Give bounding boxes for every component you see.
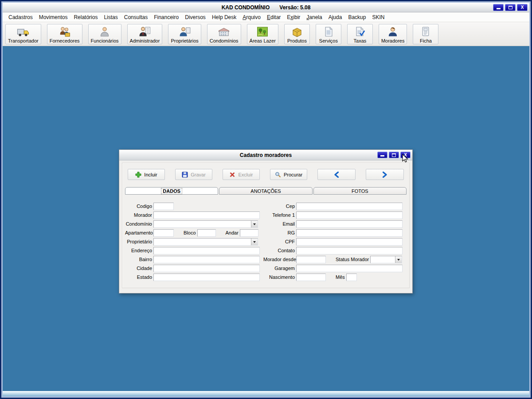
menu-item-movimentos[interactable]: Movimentos xyxy=(36,14,71,20)
toolbar-button-label: Administrador xyxy=(130,38,160,43)
toolbar-button-moradores[interactable]: Moradores xyxy=(379,24,407,44)
bairro-input[interactable] xyxy=(153,256,260,263)
field-label-codigo: Codigo xyxy=(125,203,153,209)
telefone-1-input[interactable] xyxy=(296,211,403,219)
apartamento-input[interactable] xyxy=(153,229,174,237)
menu-item-arquivo[interactable]: Arquivo xyxy=(239,14,264,20)
dialog-body: IncluirGravarExcluirProcurar DADOSANOTAÇ… xyxy=(119,160,412,291)
toolbar-button-condominios[interactable]: Condomínios xyxy=(207,24,241,44)
tab-anotacoes[interactable]: ANOTAÇÕES xyxy=(219,187,312,195)
next-record-button[interactable] xyxy=(366,169,404,180)
cep-input[interactable] xyxy=(296,203,403,210)
toolbar-button-label: Proprietários xyxy=(171,38,198,43)
incluir-button[interactable]: Incluir xyxy=(128,169,165,180)
menu-item-financeiro[interactable]: Financeiro xyxy=(151,14,182,20)
document-icon xyxy=(322,26,335,38)
search-icon xyxy=(275,172,281,178)
toolbar-button-funcionarios[interactable]: Funcionários xyxy=(88,24,121,44)
dropdown-arrow-icon[interactable] xyxy=(251,239,258,245)
toolbar-button-proprietarios[interactable]: Proprietários xyxy=(168,24,201,44)
document-check-icon xyxy=(353,26,367,38)
email-input[interactable] xyxy=(296,220,403,228)
client-area: Cadastro moradores X IncluirGravarExclui… xyxy=(3,46,529,391)
window-close-button[interactable]: X xyxy=(517,4,528,11)
field-label-proprietario: Proprietário xyxy=(125,239,153,244)
condominio-select[interactable] xyxy=(153,220,258,228)
menu-item-diversos[interactable]: Diversos xyxy=(182,14,209,20)
status-morador-select[interactable] xyxy=(370,256,402,263)
garagem-input[interactable] xyxy=(296,265,403,272)
menu-item-cadastros[interactable]: Cadastros xyxy=(5,14,36,20)
arrow-right-icon xyxy=(382,172,387,178)
save-icon xyxy=(182,172,188,178)
morador-input[interactable] xyxy=(153,211,260,219)
dialog-minimize-button[interactable] xyxy=(377,152,387,158)
menu-item-relatorios[interactable]: Relatórios xyxy=(70,14,101,20)
dropdown-arrow-icon[interactable] xyxy=(395,256,402,263)
form-row: Morador xyxy=(125,211,262,219)
toolbar-button-areas-lazer[interactable]: Áreas Lazer xyxy=(247,24,278,44)
toolbar-button-produtos[interactable]: Produtos xyxy=(284,24,310,44)
rg-input[interactable] xyxy=(296,229,403,237)
toolbar-button-label: Moradores xyxy=(381,38,405,43)
codigo-input[interactable] xyxy=(153,203,174,210)
employee-icon xyxy=(98,26,111,38)
toolbar-button-servicos[interactable]: Serviços xyxy=(316,24,341,44)
estado-input[interactable] xyxy=(153,274,260,281)
form-row: RG xyxy=(263,228,407,237)
menu-item-help-desk[interactable]: Help Desk xyxy=(209,14,239,20)
menu-item-ajuda[interactable]: Ajuda xyxy=(325,14,345,20)
menu-item-exibir[interactable]: Exibir xyxy=(284,14,303,20)
dropdown-arrow-icon[interactable] xyxy=(251,221,258,227)
contato-input[interactable] xyxy=(296,247,403,254)
dialog-cadastro-moradores: Cadastro moradores X IncluirGravarExclui… xyxy=(119,149,413,293)
nascimento-input[interactable] xyxy=(296,274,326,281)
field-label-cidade: Cidade xyxy=(125,266,153,271)
cidade-input[interactable] xyxy=(153,265,260,272)
menu-item-editar[interactable]: Editar xyxy=(264,14,284,20)
form-row: Morador desdeStatus Morador xyxy=(263,255,407,264)
toolbar-button-label: Produtos xyxy=(287,38,307,43)
previous-record-button[interactable] xyxy=(317,169,356,180)
form-row: Cep xyxy=(263,202,407,211)
tab-fotos[interactable]: FOTOS xyxy=(313,187,407,195)
toolbar-button-label: Condomínios xyxy=(210,38,239,43)
field-label-condominio: Condomínio xyxy=(125,221,153,227)
toolbar-button-administrador[interactable]: Administrador xyxy=(127,24,163,44)
field-label-morador-desde: Morador desde xyxy=(263,257,296,262)
toolbar-button-transportador[interactable]: Transportador xyxy=(5,24,41,44)
dialog-maximize-button[interactable] xyxy=(389,152,399,158)
mes-input[interactable] xyxy=(346,274,357,281)
morador-desde-input[interactable] xyxy=(296,256,326,263)
field-label-cpf: CPF xyxy=(263,239,296,244)
dialog-action-row: IncluirGravarExcluirProcurar xyxy=(128,169,404,180)
menu-item-consultas[interactable]: Consultas xyxy=(121,14,151,20)
minimize-icon xyxy=(380,155,384,156)
cpf-input[interactable] xyxy=(296,238,403,246)
excluir-button[interactable]: Excluir xyxy=(223,169,260,180)
menu-item-backup[interactable]: Backup xyxy=(345,14,369,20)
andar-input[interactable] xyxy=(240,229,258,237)
form-row: Proprietário xyxy=(125,237,262,246)
maximize-icon xyxy=(509,6,512,9)
dialog-panel: IncluirGravarExcluirProcurar DADOSANOTAÇ… xyxy=(122,163,410,288)
window-maximize-button[interactable] xyxy=(505,4,516,11)
window-minimize-button[interactable] xyxy=(493,4,504,11)
tab-dados[interactable]: DADOS xyxy=(125,187,218,195)
toolbar-button-ficha[interactable]: Ficha xyxy=(413,24,438,44)
window-controls: X xyxy=(493,4,528,11)
toolbar-button-taxas[interactable]: Taxas xyxy=(347,24,373,44)
menu-item-listas[interactable]: Listas xyxy=(101,14,121,20)
gravar-button[interactable]: Gravar xyxy=(175,169,212,180)
form-row: Estado xyxy=(125,273,262,282)
toolbar: TransportadorFornecedoresFuncionáriosAdm… xyxy=(3,22,529,46)
procurar-button[interactable]: Procurar xyxy=(270,169,307,180)
endereco-input[interactable] xyxy=(153,247,260,254)
menu-item-skin[interactable]: SKIN xyxy=(369,14,387,20)
menu-item-janela[interactable]: Janela xyxy=(303,14,325,20)
field-label-andar: Andar xyxy=(226,230,240,235)
proprietario-select[interactable] xyxy=(153,238,258,246)
dialog-close-button[interactable]: X xyxy=(400,152,411,158)
toolbar-button-fornecedores[interactable]: Fornecedores xyxy=(47,24,82,44)
bloco-input[interactable] xyxy=(197,229,216,237)
